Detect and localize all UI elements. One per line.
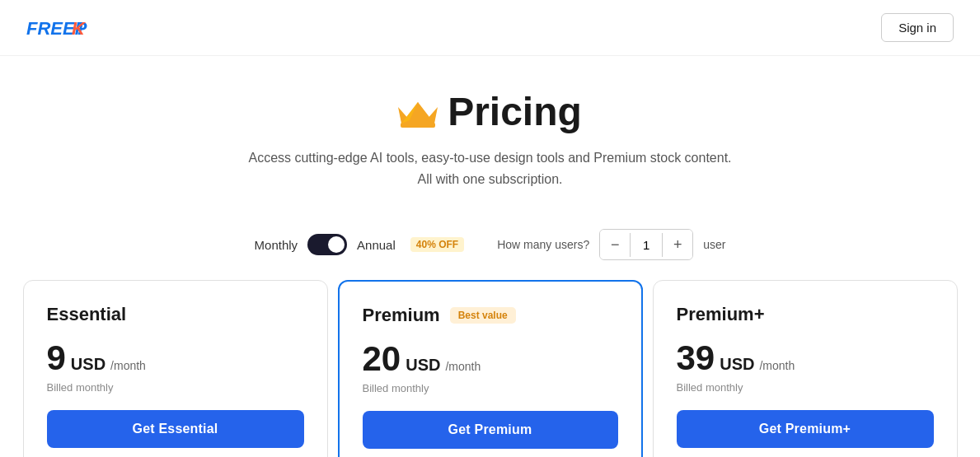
users-control: How many users? − + user bbox=[497, 229, 725, 260]
users-label: How many users? bbox=[497, 238, 589, 251]
user-suffix: user bbox=[703, 238, 725, 251]
best-value-badge: Best value bbox=[450, 307, 516, 324]
pricing-card-premium-plus: Premium+ 39 USD /month Billed monthly Ge… bbox=[653, 280, 958, 457]
increment-users-button[interactable]: + bbox=[663, 230, 692, 259]
card-header: Essential bbox=[47, 304, 304, 325]
logo: FREEP ! K bbox=[26, 16, 125, 40]
billed-text: Billed monthly bbox=[363, 382, 618, 394]
cta-button-essential[interactable]: Get Essential bbox=[47, 410, 304, 448]
hero-section: Pricing Access cutting-edge AI tools, ea… bbox=[0, 56, 980, 206]
card-header: Premium+ bbox=[677, 304, 934, 325]
hero-subtitle-line2: All with one subscription. bbox=[16, 169, 964, 190]
billing-controls: Monthly Annual 40% OFF How many users? −… bbox=[0, 229, 980, 260]
crown-icon bbox=[398, 96, 438, 128]
price-period: /month bbox=[110, 359, 146, 372]
discount-badge: 40% OFF bbox=[410, 237, 464, 252]
toggle-knob bbox=[328, 236, 345, 253]
price-currency: USD bbox=[71, 355, 106, 374]
annual-label: Annual bbox=[357, 238, 396, 252]
sign-in-button[interactable]: Sign in bbox=[881, 13, 954, 42]
price-amount: 20 bbox=[363, 339, 401, 379]
users-value-input[interactable] bbox=[630, 233, 663, 257]
page-title: Pricing bbox=[448, 89, 582, 134]
card-header: Premium Best value bbox=[363, 305, 618, 326]
price-amount: 39 bbox=[677, 338, 715, 378]
price-period: /month bbox=[759, 359, 795, 372]
freepik-logo: FREEP ! K bbox=[26, 16, 125, 40]
billed-text: Billed monthly bbox=[677, 381, 934, 394]
pricing-card-premium: Premium Best value 20 USD /month Billed … bbox=[338, 280, 643, 457]
plan-name: Essential bbox=[47, 304, 127, 325]
hero-title-wrap: Pricing bbox=[16, 89, 964, 134]
plan-name: Premium bbox=[363, 305, 440, 326]
price-currency: USD bbox=[720, 355, 754, 374]
users-stepper: − + bbox=[599, 229, 693, 260]
billing-toggle-group: Monthly Annual 40% OFF bbox=[255, 234, 465, 255]
monthly-label: Monthly bbox=[255, 238, 298, 252]
price-row: 20 USD /month bbox=[363, 339, 618, 379]
price-row: 39 USD /month bbox=[677, 338, 934, 378]
header: FREEP ! K Sign in bbox=[0, 0, 980, 56]
price-currency: USD bbox=[406, 356, 440, 375]
svg-text:K: K bbox=[72, 18, 87, 39]
pricing-card-essential: Essential 9 USD /month Billed monthly Ge… bbox=[23, 280, 328, 457]
price-period: /month bbox=[445, 360, 481, 373]
cta-button-premium[interactable]: Get Premium bbox=[363, 411, 618, 449]
decrement-users-button[interactable]: − bbox=[600, 230, 630, 259]
pricing-cards: Essential 9 USD /month Billed monthly Ge… bbox=[0, 280, 980, 457]
price-amount: 9 bbox=[47, 338, 66, 378]
billing-toggle-switch[interactable] bbox=[307, 234, 347, 255]
hero-subtitle-line1: Access cutting-edge AI tools, easy-to-us… bbox=[16, 147, 964, 169]
billed-text: Billed monthly bbox=[47, 381, 304, 394]
price-row: 9 USD /month bbox=[47, 338, 304, 378]
plan-name: Premium+ bbox=[677, 304, 765, 325]
svg-rect-7 bbox=[401, 123, 435, 128]
cta-button-premium-plus[interactable]: Get Premium+ bbox=[677, 410, 934, 448]
